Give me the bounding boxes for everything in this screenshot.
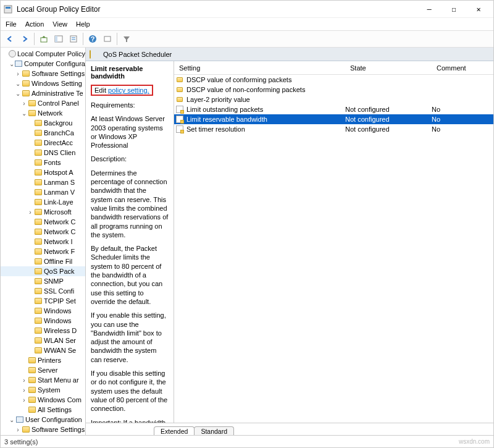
forward-button[interactable]: [18, 32, 31, 46]
close-button[interactable]: ✕: [466, 1, 491, 18]
tree-item[interactable]: DNS Clien: [1, 148, 85, 158]
tree-item[interactable]: ⌄Computer Configura: [1, 59, 85, 69]
tree-item[interactable]: DirectAcc: [1, 138, 85, 148]
collapse-icon[interactable]: ⌄: [8, 61, 15, 67]
watermark: wsxdn.com: [459, 438, 490, 445]
list-row[interactable]: DSCP value of non-conforming packets: [174, 85, 493, 95]
tree-item[interactable]: ›System: [1, 385, 85, 395]
menu-view[interactable]: View: [49, 19, 71, 29]
collapse-icon[interactable]: ⌄: [14, 80, 22, 87]
folder-icon: [34, 169, 43, 176]
tree-item[interactable]: Local Computer Policy: [1, 49, 85, 59]
tree-item[interactable]: Wireless D: [1, 326, 85, 336]
tree-item[interactable]: Link-Laye: [1, 197, 85, 207]
folder-icon: [34, 198, 43, 206]
folder-icon: [90, 51, 99, 58]
show-hide-tree-button[interactable]: [52, 32, 65, 46]
expand-icon[interactable]: ›: [27, 209, 34, 216]
tree-item-label: Windows: [44, 317, 72, 324]
tree-item-label: Computer Configura: [24, 60, 85, 67]
status-text: 3 setting(s): [4, 438, 38, 446]
expand-icon[interactable]: ›: [14, 70, 22, 77]
tree-item[interactable]: Windows: [1, 306, 85, 316]
requirements-heading: Requirements:: [91, 101, 169, 109]
tree-item[interactable]: SNMP: [1, 276, 85, 286]
cell-state: Not configured: [345, 116, 432, 123]
collapse-icon[interactable]: ⌄: [8, 416, 15, 423]
col-comment[interactable]: Comment: [432, 64, 493, 72]
tree-pane[interactable]: Local Computer Policy⌄Computer Configura…: [1, 48, 86, 435]
folder-icon: [28, 406, 36, 413]
list-body[interactable]: DSCP value of conforming packetsDSCP val…: [174, 75, 493, 423]
menu-action[interactable]: Action: [22, 19, 48, 29]
collapse-icon[interactable]: ⌄: [20, 110, 28, 117]
tree-item[interactable]: Printers: [1, 355, 85, 365]
cell-setting: Layer-2 priority value: [185, 96, 345, 103]
list-row[interactable]: DSCP value of conforming packets: [174, 75, 493, 85]
options-button[interactable]: [101, 32, 114, 46]
col-state[interactable]: State: [345, 64, 432, 72]
tree-item[interactable]: ›Windows Com: [1, 395, 85, 405]
tree-item[interactable]: ⌄User Configuration: [1, 415, 85, 425]
tree-item[interactable]: All Settings: [1, 405, 85, 415]
list-row[interactable]: Layer-2 priority value: [174, 95, 493, 104]
description-p4: If you disable this setting or do not co…: [91, 369, 169, 413]
tree-item[interactable]: SSL Confi: [1, 286, 85, 296]
tree-item[interactable]: ⌄Administrative Te: [1, 88, 85, 98]
folder-icon: [28, 357, 36, 364]
requirements-text: At least Windows Server 2003 operating s…: [91, 114, 169, 150]
col-setting[interactable]: Setting: [174, 64, 345, 72]
tree-item[interactable]: Network I: [1, 237, 85, 247]
tree-item-label: SNMP: [44, 277, 64, 285]
up-button[interactable]: [37, 32, 51, 46]
help-button[interactable]: ?: [86, 32, 99, 46]
tree-item[interactable]: Network F: [1, 247, 85, 256]
expand-icon[interactable]: ›: [20, 397, 28, 404]
tree-item[interactable]: ›Start Menu ar: [1, 375, 85, 385]
menu-help[interactable]: Help: [72, 19, 94, 29]
expand-icon[interactable]: ›: [20, 100, 28, 107]
tree-item[interactable]: Lanman S: [1, 177, 85, 187]
tree-item[interactable]: TCPIP Set: [1, 296, 85, 306]
tree-item[interactable]: Hotspot A: [1, 167, 85, 177]
folder-icon: [34, 188, 43, 196]
expand-icon[interactable]: ›: [14, 426, 22, 433]
tree-item[interactable]: ⌄Windows Setting: [1, 78, 85, 88]
tree-item-label: Software Settings: [31, 70, 85, 77]
tree-item[interactable]: Offline Fil: [1, 256, 85, 266]
edit-policy-link[interactable]: Edit policy setting.: [91, 85, 153, 96]
menu-file[interactable]: File: [2, 19, 20, 29]
tree-item[interactable]: Backgrou: [1, 118, 85, 128]
tab-standard[interactable]: Standard: [194, 426, 234, 435]
tree-item[interactable]: BranchCa: [1, 128, 85, 138]
list-row[interactable]: Limit outstanding packetsNot configuredN…: [174, 104, 493, 114]
tab-extended[interactable]: Extended: [154, 426, 195, 435]
tree-item[interactable]: ⌄Network: [1, 108, 85, 118]
tree-item[interactable]: Server: [1, 365, 85, 375]
expand-icon[interactable]: ›: [20, 387, 28, 394]
svg-text:?: ?: [91, 35, 95, 43]
tree-item[interactable]: ›Control Panel: [1, 98, 85, 108]
properties-button[interactable]: [67, 32, 80, 46]
tree-item[interactable]: QoS Pack: [1, 266, 85, 276]
expand-icon[interactable]: ›: [20, 377, 28, 384]
list-row[interactable]: Limit reservable bandwidthNot configured…: [174, 114, 493, 124]
minimize-button[interactable]: —: [417, 1, 442, 18]
tree-item[interactable]: ›Microsoft: [1, 207, 85, 217]
content-pane: QoS Packet Scheduler Limit reservable ba…: [86, 48, 493, 435]
collapse-icon[interactable]: ⌄: [14, 90, 22, 97]
maximize-button[interactable]: ☐: [442, 1, 466, 18]
tree-item[interactable]: Windows: [1, 316, 85, 326]
tree-item-label: Local Computer Policy: [17, 50, 85, 57]
tree-item[interactable]: ›Software Settings: [1, 69, 85, 78]
tree-item[interactable]: Lanman V: [1, 187, 85, 197]
tree-item[interactable]: WLAN Ser: [1, 336, 85, 345]
tree-item[interactable]: Network C: [1, 227, 85, 237]
tree-item[interactable]: WWAN Se: [1, 345, 85, 355]
tree-item[interactable]: Fonts: [1, 158, 85, 167]
tree-item[interactable]: ›Software Settings: [1, 425, 85, 434]
back-button[interactable]: [3, 32, 17, 46]
list-row[interactable]: Set timer resolutionNot configuredNo: [174, 124, 493, 134]
filter-button[interactable]: [120, 32, 133, 46]
tree-item[interactable]: Network C: [1, 217, 85, 227]
